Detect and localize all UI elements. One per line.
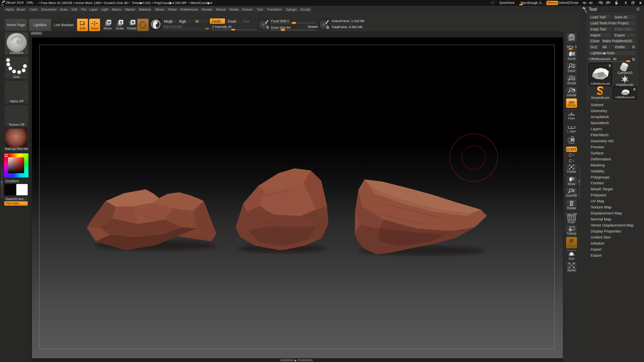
svg-text:S: S (120, 20, 122, 24)
svg-text:M: M (107, 20, 111, 24)
svg-text:D: D (327, 25, 329, 29)
svg-text:S: S (266, 25, 269, 29)
svg-text:x1: x1 (572, 77, 575, 80)
svg-text:R: R (132, 20, 135, 24)
